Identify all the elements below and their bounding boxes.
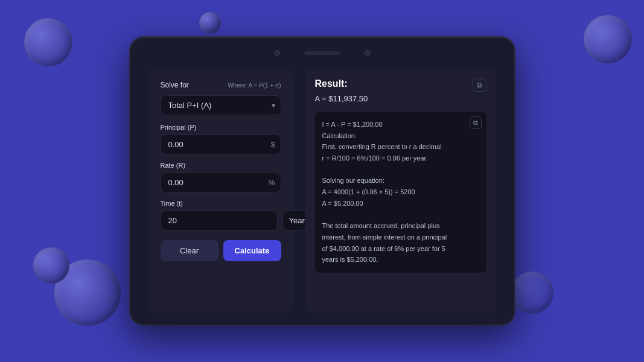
rate-label: Rate (R): [161, 162, 281, 169]
copy-result-button[interactable]: ⧉: [473, 78, 486, 92]
time-row: Years Months ▾: [161, 211, 281, 230]
result-header: Result: ⧉: [315, 78, 486, 92]
result-main-value: A = $11,937.50: [315, 94, 486, 103]
background-bubble-br: [511, 272, 553, 314]
rate-field-group: Rate (R) %: [161, 162, 281, 192]
detail-line10: The total amount accrued, principal plus: [322, 222, 440, 229]
result-detail-box: ⧉ I = A - P = $1,200.00 Calculation: Fir…: [315, 112, 486, 273]
background-bubble-tc: [199, 12, 221, 34]
detail-line6: Solving our equation:: [322, 177, 384, 184]
background-bubble-bl2: [33, 247, 69, 284]
calculate-button[interactable]: Calculate: [223, 240, 281, 261]
detail-line12: of $4,000.00 at a rate of 6% per year fo…: [322, 245, 445, 252]
clear-button[interactable]: Clear: [161, 240, 218, 261]
time-input[interactable]: [161, 211, 278, 230]
time-field-group: Time (t) Years Months ▾: [161, 200, 281, 230]
buttons-row: Clear Calculate: [161, 240, 281, 261]
tablet-camera: [274, 50, 280, 56]
principal-label: Principal (P): [161, 124, 281, 131]
result-title: Result:: [315, 78, 348, 89]
rate-input[interactable]: [161, 173, 281, 192]
detail-line11: interest, from simple interest on a prin…: [322, 233, 447, 241]
background-bubble-tl: [24, 18, 72, 66]
rate-suffix: %: [269, 179, 275, 187]
tablet-speaker: [304, 51, 340, 55]
principal-field-group: Principal (P) $: [161, 124, 281, 154]
result-panel: Result: ⧉ A = $11,937.50 ⧉ I = A - P = $…: [305, 69, 496, 313]
detail-line8: A = $5,200.00: [322, 200, 363, 207]
solve-for-select[interactable]: Total P+I (A) Principal (P) Rate (R) Tim…: [161, 95, 281, 115]
detail-line3: First, converting R percent to r a decim…: [322, 143, 442, 150]
solve-for-header: Solve for Where: A = P(1 + rt): [161, 81, 281, 89]
tablet-top-bar: [130, 37, 514, 69]
detail-line4: r = R/100 = 6%/100 = 0.06 per year.: [322, 154, 428, 162]
calculator-panel: Solve for Where: A = P(1 + rt) Total P+I…: [148, 69, 293, 313]
detail-line1: I = A - P = $1,200.00: [322, 121, 383, 128]
tablet-microphone: [365, 50, 371, 56]
solve-for-select-wrapper[interactable]: Total P+I (A) Principal (P) Rate (R) Tim…: [161, 95, 281, 115]
principal-input[interactable]: [161, 135, 281, 154]
principal-input-wrapper: $: [161, 135, 281, 154]
principal-suffix: $: [271, 141, 275, 149]
detail-line2: Calculation:: [322, 132, 357, 139]
result-detail-text: I = A - P = $1,200.00 Calculation: First…: [322, 119, 479, 265]
time-label: Time (t): [161, 200, 281, 207]
tablet-content: Solve for Where: A = P(1 + rt) Total P+I…: [130, 69, 514, 325]
detail-line13: years is $5,200.00.: [322, 256, 378, 263]
detail-line7: A = 4000(1 + (0.06 × 5)) = 5200: [322, 188, 415, 195]
formula-label: Where: A = P(1 + rt): [228, 82, 281, 89]
copy-detail-button[interactable]: ⧉: [470, 116, 482, 129]
rate-input-wrapper: %: [161, 173, 281, 192]
background-bubble-tr: [584, 15, 632, 63]
tablet-device: Solve for Where: A = P(1 + rt) Total P+I…: [129, 36, 515, 326]
solve-for-label: Solve for: [161, 81, 189, 89]
